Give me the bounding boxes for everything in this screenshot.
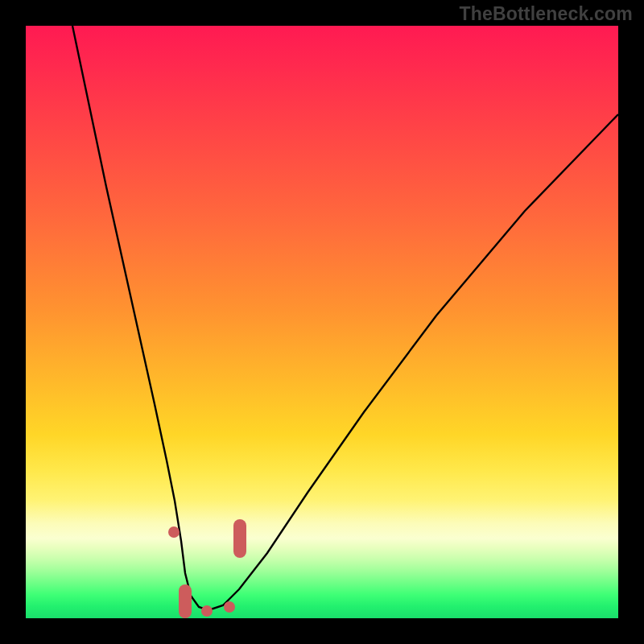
data-marker (201, 605, 213, 617)
data-marker (179, 584, 192, 618)
chart-svg (26, 26, 618, 618)
watermark-text: TheBottleneck.com (459, 3, 633, 25)
plot-area (26, 26, 618, 618)
data-marker (233, 519, 246, 558)
chart-frame: TheBottleneck.com (0, 0, 644, 644)
data-marker (168, 526, 180, 538)
data-marker (224, 601, 235, 613)
bottleneck-curve-path (72, 26, 618, 610)
